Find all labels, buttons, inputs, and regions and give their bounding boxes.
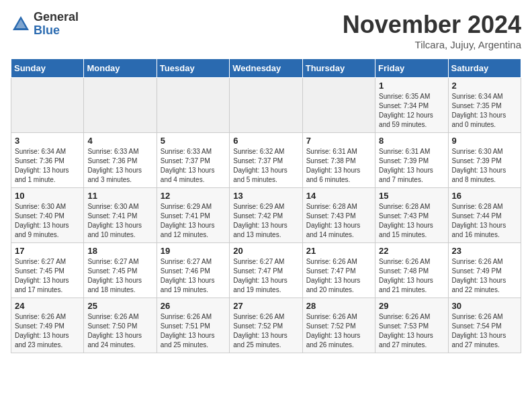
day-info: Sunrise: 6:35 AMSunset: 7:34 PMDaylight:… bbox=[379, 92, 444, 130]
day-info: Sunrise: 6:34 AMSunset: 7:36 PMDaylight:… bbox=[15, 147, 80, 185]
day-info: Sunrise: 6:26 AMSunset: 7:50 PMDaylight:… bbox=[87, 312, 152, 350]
day-number: 25 bbox=[87, 301, 152, 311]
day-info: Sunrise: 6:26 AMSunset: 7:52 PMDaylight:… bbox=[233, 312, 298, 350]
day-number: 20 bbox=[233, 246, 298, 256]
day-info: Sunrise: 6:29 AMSunset: 7:41 PMDaylight:… bbox=[161, 202, 226, 240]
header-sunday: Sunday bbox=[11, 59, 84, 78]
calendar-week-4: 17Sunrise: 6:27 AMSunset: 7:45 PMDayligh… bbox=[11, 243, 521, 298]
day-info: Sunrise: 6:26 AMSunset: 7:53 PMDaylight:… bbox=[379, 312, 444, 350]
calendar-week-2: 3Sunrise: 6:34 AMSunset: 7:36 PMDaylight… bbox=[11, 133, 521, 188]
calendar-cell: 17Sunrise: 6:27 AMSunset: 7:45 PMDayligh… bbox=[11, 243, 84, 298]
day-number: 29 bbox=[379, 301, 444, 311]
calendar-cell: 23Sunrise: 6:26 AMSunset: 7:49 PMDayligh… bbox=[448, 243, 521, 298]
day-number: 7 bbox=[306, 136, 371, 146]
calendar-cell: 10Sunrise: 6:30 AMSunset: 7:40 PMDayligh… bbox=[11, 188, 84, 243]
day-number: 17 bbox=[15, 246, 80, 256]
day-info: Sunrise: 6:26 AMSunset: 7:51 PMDaylight:… bbox=[161, 312, 226, 350]
subtitle: Tilcara, Jujuy, Argentina bbox=[343, 39, 521, 50]
day-info: Sunrise: 6:31 AMSunset: 7:38 PMDaylight:… bbox=[306, 147, 371, 185]
day-number: 11 bbox=[87, 191, 152, 201]
day-number: 5 bbox=[161, 136, 226, 146]
page-header: General Blue November 2024 Tilcara, Juju… bbox=[11, 11, 521, 50]
calendar-cell bbox=[84, 78, 157, 133]
day-number: 13 bbox=[233, 191, 298, 201]
calendar-cell: 8Sunrise: 6:31 AMSunset: 7:39 PMDaylight… bbox=[375, 133, 448, 188]
calendar-cell bbox=[11, 78, 84, 133]
day-info: Sunrise: 6:32 AMSunset: 7:37 PMDaylight:… bbox=[233, 147, 298, 185]
calendar-cell bbox=[302, 78, 375, 133]
calendar-cell: 30Sunrise: 6:26 AMSunset: 7:54 PMDayligh… bbox=[448, 298, 521, 353]
calendar-cell: 18Sunrise: 6:27 AMSunset: 7:45 PMDayligh… bbox=[84, 243, 157, 298]
day-info: Sunrise: 6:30 AMSunset: 7:41 PMDaylight:… bbox=[87, 202, 152, 240]
calendar-cell: 11Sunrise: 6:30 AMSunset: 7:41 PMDayligh… bbox=[84, 188, 157, 243]
calendar-header-row: SundayMondayTuesdayWednesdayThursdayFrid… bbox=[11, 59, 521, 78]
calendar-cell: 9Sunrise: 6:30 AMSunset: 7:39 PMDaylight… bbox=[448, 133, 521, 188]
day-number: 30 bbox=[452, 301, 517, 311]
calendar-table: SundayMondayTuesdayWednesdayThursdayFrid… bbox=[11, 58, 521, 353]
day-number: 15 bbox=[379, 191, 444, 201]
calendar-cell: 14Sunrise: 6:28 AMSunset: 7:43 PMDayligh… bbox=[302, 188, 375, 243]
calendar-cell: 7Sunrise: 6:31 AMSunset: 7:38 PMDaylight… bbox=[302, 133, 375, 188]
calendar-cell: 12Sunrise: 6:29 AMSunset: 7:41 PMDayligh… bbox=[157, 188, 229, 243]
day-info: Sunrise: 6:26 AMSunset: 7:49 PMDaylight:… bbox=[15, 312, 80, 350]
header-wednesday: Wednesday bbox=[230, 59, 302, 78]
day-info: Sunrise: 6:28 AMSunset: 7:43 PMDaylight:… bbox=[306, 202, 371, 240]
calendar-cell: 15Sunrise: 6:28 AMSunset: 7:43 PMDayligh… bbox=[375, 188, 448, 243]
calendar-cell bbox=[157, 78, 229, 133]
day-info: Sunrise: 6:26 AMSunset: 7:48 PMDaylight:… bbox=[379, 257, 444, 295]
calendar-week-1: 1Sunrise: 6:35 AMSunset: 7:34 PMDaylight… bbox=[11, 78, 521, 133]
day-number: 21 bbox=[306, 246, 371, 256]
day-info: Sunrise: 6:26 AMSunset: 7:54 PMDaylight:… bbox=[452, 312, 517, 350]
calendar-cell: 20Sunrise: 6:27 AMSunset: 7:47 PMDayligh… bbox=[230, 243, 302, 298]
day-number: 27 bbox=[233, 301, 298, 311]
day-info: Sunrise: 6:33 AMSunset: 7:36 PMDaylight:… bbox=[87, 147, 152, 185]
header-monday: Monday bbox=[84, 59, 157, 78]
calendar-week-3: 10Sunrise: 6:30 AMSunset: 7:40 PMDayligh… bbox=[11, 188, 521, 243]
calendar-week-5: 24Sunrise: 6:26 AMSunset: 7:49 PMDayligh… bbox=[11, 298, 521, 353]
calendar-cell: 3Sunrise: 6:34 AMSunset: 7:36 PMDaylight… bbox=[11, 133, 84, 188]
calendar-cell: 19Sunrise: 6:27 AMSunset: 7:46 PMDayligh… bbox=[157, 243, 229, 298]
day-info: Sunrise: 6:27 AMSunset: 7:45 PMDaylight:… bbox=[87, 257, 152, 295]
day-number: 28 bbox=[306, 301, 371, 311]
title-block: November 2024 Tilcara, Jujuy, Argentina bbox=[343, 11, 521, 50]
logo-blue: Blue bbox=[34, 24, 79, 38]
day-info: Sunrise: 6:34 AMSunset: 7:35 PMDaylight:… bbox=[452, 92, 517, 130]
day-number: 16 bbox=[452, 191, 517, 201]
calendar-cell: 5Sunrise: 6:33 AMSunset: 7:37 PMDaylight… bbox=[157, 133, 229, 188]
calendar-cell: 16Sunrise: 6:28 AMSunset: 7:44 PMDayligh… bbox=[448, 188, 521, 243]
day-number: 8 bbox=[379, 136, 444, 146]
day-info: Sunrise: 6:28 AMSunset: 7:44 PMDaylight:… bbox=[452, 202, 517, 240]
day-info: Sunrise: 6:26 AMSunset: 7:49 PMDaylight:… bbox=[452, 257, 517, 295]
day-info: Sunrise: 6:26 AMSunset: 7:47 PMDaylight:… bbox=[306, 257, 371, 295]
day-number: 1 bbox=[379, 81, 444, 91]
calendar-cell: 21Sunrise: 6:26 AMSunset: 7:47 PMDayligh… bbox=[302, 243, 375, 298]
calendar-cell: 24Sunrise: 6:26 AMSunset: 7:49 PMDayligh… bbox=[11, 298, 84, 353]
calendar-cell: 2Sunrise: 6:34 AMSunset: 7:35 PMDaylight… bbox=[448, 78, 521, 133]
day-info: Sunrise: 6:27 AMSunset: 7:47 PMDaylight:… bbox=[233, 257, 298, 295]
day-info: Sunrise: 6:27 AMSunset: 7:46 PMDaylight:… bbox=[161, 257, 226, 295]
logo: General Blue bbox=[11, 11, 79, 38]
calendar-cell: 22Sunrise: 6:26 AMSunset: 7:48 PMDayligh… bbox=[375, 243, 448, 298]
day-info: Sunrise: 6:33 AMSunset: 7:37 PMDaylight:… bbox=[161, 147, 226, 185]
day-number: 4 bbox=[87, 136, 152, 146]
calendar-cell: 25Sunrise: 6:26 AMSunset: 7:50 PMDayligh… bbox=[84, 298, 157, 353]
day-info: Sunrise: 6:26 AMSunset: 7:52 PMDaylight:… bbox=[306, 312, 371, 350]
header-saturday: Saturday bbox=[448, 59, 521, 78]
day-number: 9 bbox=[452, 136, 517, 146]
calendar-cell: 29Sunrise: 6:26 AMSunset: 7:53 PMDayligh… bbox=[375, 298, 448, 353]
calendar-cell: 6Sunrise: 6:32 AMSunset: 7:37 PMDaylight… bbox=[230, 133, 302, 188]
day-number: 18 bbox=[87, 246, 152, 256]
day-number: 26 bbox=[161, 301, 226, 311]
day-number: 23 bbox=[452, 246, 517, 256]
day-number: 12 bbox=[161, 191, 226, 201]
day-number: 14 bbox=[306, 191, 371, 201]
header-tuesday: Tuesday bbox=[157, 59, 229, 78]
day-info: Sunrise: 6:29 AMSunset: 7:42 PMDaylight:… bbox=[233, 202, 298, 240]
day-number: 2 bbox=[452, 81, 517, 91]
logo-general: General bbox=[34, 11, 79, 24]
day-number: 19 bbox=[161, 246, 226, 256]
day-info: Sunrise: 6:31 AMSunset: 7:39 PMDaylight:… bbox=[379, 147, 444, 185]
header-thursday: Thursday bbox=[302, 59, 375, 78]
calendar-cell: 4Sunrise: 6:33 AMSunset: 7:36 PMDaylight… bbox=[84, 133, 157, 188]
calendar-cell bbox=[230, 78, 302, 133]
